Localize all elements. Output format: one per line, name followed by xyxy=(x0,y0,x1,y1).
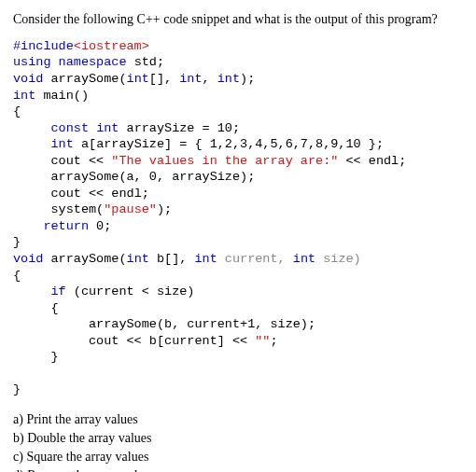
cout-b: cout << b[current] << xyxy=(89,334,255,348)
fn-def: arraySome( xyxy=(43,252,126,266)
ret-val: 0; xyxy=(89,219,111,233)
brace-close: } xyxy=(13,235,21,249)
option-c: c) Square the array values xyxy=(13,449,463,466)
preproc-include: #include xyxy=(13,39,74,53)
string-literal: "The values in the array are:" xyxy=(111,154,338,168)
include-header: <iostream> xyxy=(74,39,149,53)
brace-open: { xyxy=(13,104,21,118)
option-d: d) Reverse the array values xyxy=(13,467,463,472)
answer-options: a) Print the array values b) Double the … xyxy=(13,411,463,472)
pad xyxy=(13,137,51,151)
fn-main: main() xyxy=(35,89,89,103)
param-size: size) xyxy=(315,252,361,266)
brace-open: { xyxy=(13,269,21,283)
call-arraysome: arraySome(a, 0, arraySize); xyxy=(13,170,255,184)
string-literal-empty: "" xyxy=(255,334,270,348)
kw-void: void xyxy=(13,252,43,266)
cout: cout << xyxy=(51,154,112,168)
decl-array-a: a[arraySize] = { 1,2,3,4,5,6,7,8,9,10 }; xyxy=(74,137,384,151)
endl: << endl; xyxy=(338,154,406,168)
kw-return: return xyxy=(43,219,89,233)
pad xyxy=(13,187,51,201)
system-call: system( xyxy=(51,202,105,216)
kw-int: int xyxy=(127,72,149,86)
comma: , xyxy=(203,72,217,86)
kw-int: int xyxy=(194,252,217,266)
decl-arraysize: arraySize = 10; xyxy=(119,121,240,135)
kw-const: const xyxy=(51,121,90,135)
arr-bracket: [], xyxy=(149,72,179,86)
kw-int: int xyxy=(217,72,240,86)
code-snippet: #include<iostream> using namespace std; … xyxy=(13,38,463,398)
string-literal-pause: "pause" xyxy=(104,202,157,216)
kw-namespace: namespace xyxy=(51,55,127,69)
param-current: current, xyxy=(217,252,293,266)
semicolon: ; xyxy=(270,334,277,348)
semicolon: ); xyxy=(157,202,172,216)
kw-int: int xyxy=(293,252,315,266)
pad xyxy=(13,219,43,233)
kw-int: int xyxy=(127,252,149,266)
brace-open-inner: { xyxy=(13,301,59,315)
pad xyxy=(13,334,89,348)
kw-void: void xyxy=(13,72,43,86)
pad xyxy=(13,202,51,216)
pad xyxy=(13,154,51,168)
kw-using: using xyxy=(13,55,51,69)
option-a: a) Print the array values xyxy=(13,411,463,429)
kw-int: int xyxy=(96,121,119,135)
sp xyxy=(89,121,96,135)
fn-decl: arraySome( xyxy=(43,72,126,86)
recursive-call: arraySome(b, current+1, size); xyxy=(13,317,315,331)
brace-close: } xyxy=(13,382,21,396)
question-text: Consider the following C++ code snippet … xyxy=(13,11,463,29)
pad xyxy=(13,285,51,298)
kw-int: int xyxy=(13,89,35,103)
kw-int: int xyxy=(51,137,74,151)
cout-endl: cout << endl; xyxy=(51,187,149,201)
param-b: b[], xyxy=(149,252,195,266)
pad xyxy=(13,121,51,135)
if-cond: (current < size) xyxy=(66,285,195,298)
kw-int: int xyxy=(179,72,202,86)
semicolon: ); xyxy=(240,72,255,86)
ns-std: std; xyxy=(127,55,165,69)
brace-close-inner: } xyxy=(13,350,59,364)
kw-if: if xyxy=(51,285,66,298)
option-b: b) Double the array values xyxy=(13,430,463,448)
